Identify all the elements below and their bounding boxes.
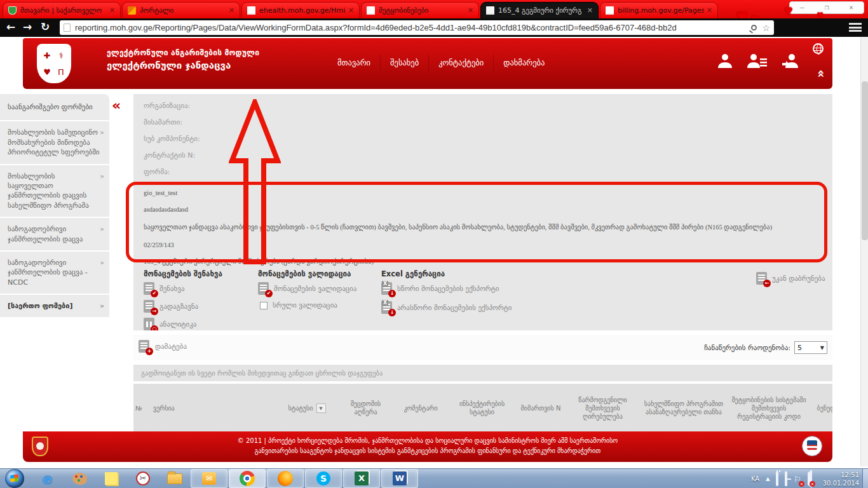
column-number[interactable]: №	[133, 404, 151, 412]
column-state-program-amount[interactable]: სახელმწიფო პროგრამით ასანაზღაურებელი თან…	[639, 400, 728, 416]
go-back-button[interactable]: ← უკან დაბრუნება	[756, 272, 825, 285]
taskbar-chrome-icon[interactable]	[229, 469, 266, 488]
tab-close-icon[interactable]: ✕	[348, 6, 354, 15]
page-scrollbar[interactable]	[860, 37, 868, 466]
scroll-top-chevrons-icon[interactable]: «	[815, 70, 830, 78]
user-profile-icon[interactable]	[717, 52, 733, 69]
browser-tab-portal[interactable]: პორტალი ✕	[122, 2, 240, 18]
column-status[interactable]: სტატუსი▼	[275, 403, 339, 413]
column-comment[interactable]: კომენტარი	[393, 404, 449, 412]
column-case-cost[interactable]: წარმოდგენილი შემთხვევის ღირებულება	[566, 396, 639, 421]
validate-data-button[interactable]: ✔ მონაცემების ვალიდაცია	[258, 282, 356, 295]
page-favicon-icon	[247, 6, 255, 15]
browser-tab-billing[interactable]: billing.moh.gov.ge/Pages ✕	[600, 2, 718, 18]
browser-tab-home[interactable]: მთავარი | საქართველო ✕	[3, 2, 121, 18]
tab-close-icon[interactable]: ✕	[109, 6, 115, 15]
browser-menu-icon[interactable]	[849, 23, 862, 32]
tab-close-icon[interactable]: ✕	[707, 6, 712, 15]
column-notification-reg-code[interactable]: შეტყობინების სისტემაში შემთხვევის რეგისტ…	[728, 396, 810, 421]
taskbar-paint-icon[interactable]	[64, 469, 95, 488]
start-button[interactable]	[5, 469, 24, 488]
logout-user-icon[interactable]	[782, 52, 801, 69]
moh-logo: ✚ ⚕ ♥ Π	[37, 44, 71, 83]
full-validation-checkbox[interactable]	[260, 302, 268, 309]
check-badge-icon: ✔	[151, 290, 158, 297]
nav-home[interactable]: მთავარი	[328, 54, 380, 71]
tab-label: პორტალი	[140, 6, 226, 15]
reload-button[interactable]: ↻	[41, 20, 50, 33]
taskbar-clock[interactable]: 12:51 30.01.2014	[823, 471, 859, 487]
page-favicon-icon	[606, 6, 614, 15]
back-badge-icon: ←	[763, 280, 771, 287]
sidebar-item-priority-spheres[interactable]: » მოსახლეობის სამედიცინო მომსახურების მი…	[0, 121, 109, 163]
nav-contacts[interactable]: კონტაქტები	[428, 54, 493, 71]
send-button[interactable]: → გადაგზავნა	[144, 300, 198, 313]
table-group-hint[interactable]: გადმოიტანეთ ის სვეტი რომლის მიხედვითაც გ…	[133, 365, 832, 381]
clock-date: 30.01.2014	[823, 479, 859, 487]
status-filter-icon[interactable]: ▼	[316, 403, 326, 413]
analytics-button[interactable]: ○ ანალიტიკა	[144, 318, 196, 330]
column-referral-n[interactable]: მიმართვის N	[515, 404, 566, 412]
taskbar-word-icon[interactable]: W	[381, 469, 418, 488]
site-title-line1: ელექტრონული ანგარიშების მოდული	[107, 48, 259, 57]
taskbar-outlook-icon[interactable]: ✉	[191, 469, 227, 488]
full-validation-option: სრული ვალიდაცია	[258, 301, 337, 309]
tab-close-icon[interactable]: ✕	[587, 6, 593, 15]
network-icon[interactable]	[785, 473, 787, 485]
taskbar-explorer-icon[interactable]	[159, 469, 191, 488]
browser-tab-active-165-4[interactable]: 165_4 გეგმიური ქირურგ ✕	[480, 2, 599, 18]
windows-taskbar: e ✂ ✉ S X W KA ▲ ⚐ 12:51 30.01.2014	[0, 468, 868, 488]
bookmark-star-icon[interactable]: ☆	[762, 23, 770, 33]
taskbar-firefox-icon[interactable]	[267, 469, 304, 488]
browser-tab-messages[interactable]: მეტყობინებები ✕	[361, 2, 479, 18]
url-text[interactable]: reporting.moh.gov.ge/Reporting/Pages/Dat…	[75, 23, 749, 32]
sidebar-item-public-health[interactable]: » საზოგადოებრივი ჯანმრთელობის დაცვა	[0, 218, 109, 250]
download-badge-icon: ↓	[388, 290, 396, 297]
column-version[interactable]: ვერსია	[151, 404, 275, 412]
sidebar-title: საანგარიშგებო ფორმები	[0, 94, 109, 120]
chevron-right-icon: »	[100, 128, 104, 137]
address-bar[interactable]: reporting.moh.gov.ge/Reporting/Pages/Dat…	[60, 20, 774, 35]
nav-about[interactable]: შესახებ	[380, 54, 428, 71]
window-close-button[interactable]: ✕	[839, 2, 864, 13]
sidebar-item-public-health-ncdc[interactable]: » საზოგადოებრივი ჯანმრთელობის დაცვა - NC…	[0, 252, 109, 294]
taskbar-excel-icon[interactable]: X	[343, 469, 380, 488]
tab-close-icon[interactable]: ✕	[468, 6, 473, 15]
records-count-select[interactable]: 5 ▼	[794, 341, 827, 354]
taskbar-internet-explorer-icon[interactable]: e	[32, 469, 64, 488]
show-desktop-button[interactable]	[862, 469, 868, 488]
taskbar-snipping-tool-icon[interactable]: ✂	[127, 469, 159, 488]
search-icon[interactable]	[751, 25, 757, 30]
tab-label: 165_4 გეგმიური ქირურგ	[498, 6, 585, 15]
action-center-flag-icon[interactable]: ⚐	[794, 473, 801, 485]
language-globe-icon[interactable]	[813, 43, 824, 54]
keyboard-language-indicator[interactable]: KA	[751, 475, 759, 482]
forward-button[interactable]: →	[23, 20, 32, 33]
scrollbar-thumb[interactable]	[862, 81, 868, 240]
taskbar-sticky-notes-icon[interactable]	[95, 469, 127, 488]
add-record-button[interactable]: + დამატება	[139, 340, 187, 353]
column-error-description[interactable]: შეცდომის აღწერა	[339, 400, 393, 416]
tab-close-icon[interactable]: ✕	[229, 6, 234, 15]
save-button[interactable]: ✔ შენახვა	[144, 282, 185, 295]
browser-tab-ehealth[interactable]: ehealth.moh.gov.ge/Hmis ✕	[241, 2, 360, 18]
export-valid-data-button[interactable]: ↓ სწორი მონაცემების ექსპორტი	[381, 282, 499, 295]
power-plug-icon[interactable]	[776, 473, 778, 485]
taskbar-skype-icon[interactable]: S	[305, 469, 342, 488]
export-invalid-data-button[interactable]: ↓ არასწორი მონაცემების ექსპორტი	[381, 301, 512, 314]
sidebar-item-common-forms[interactable]: » [საერთო ფომები]	[0, 295, 109, 317]
column-inspection-status[interactable]: ინსპექტირების სტატუსი	[449, 400, 515, 416]
logo-column-icon: Π	[54, 64, 68, 80]
window-minimize-button[interactable]: —	[790, 2, 815, 13]
muted-speaker-icon[interactable]	[808, 473, 812, 485]
sidebar-collapse-icon[interactable]: «	[112, 97, 121, 113]
hidden-icons-arrow-icon[interactable]: ▲	[766, 476, 770, 482]
column-beneficiary[interactable]: ბენეფ პ	[810, 404, 832, 412]
back-button[interactable]: ←	[6, 20, 15, 33]
sidebar-item-universal-healthcare[interactable]: » მოსახლეობის საყოველთაო ჯანმრთელობის და…	[0, 165, 109, 217]
sidebar-report-forms: საანგარიშგებო ფორმები » მოსახლეობის სამე…	[0, 94, 109, 318]
user-list-icon[interactable]	[747, 52, 768, 69]
nav-help[interactable]: დახმარება	[493, 54, 554, 71]
results-table-header: № ვერსია სტატუსი▼ შეცდომის აღწერა კომენტ…	[133, 384, 832, 432]
chevron-right-icon: »	[100, 224, 104, 234]
